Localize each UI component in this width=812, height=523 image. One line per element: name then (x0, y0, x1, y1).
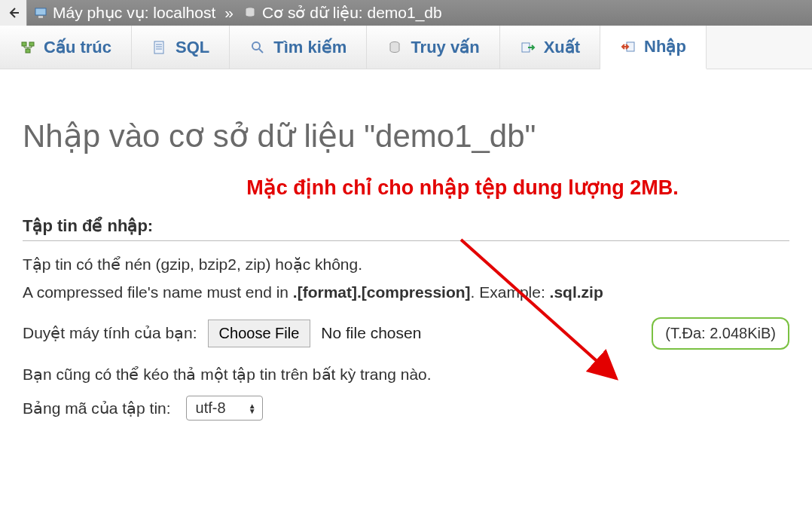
breadcrumb-server-label: Máy phục vụ: localhost (53, 4, 215, 22)
max-size-badge: (T.Đa: 2.048KiB) (652, 317, 789, 350)
tab-label: Xuất (544, 38, 580, 57)
tab-label: Nhập (644, 37, 686, 57)
choose-file-button[interactable]: Choose File (208, 320, 311, 347)
charset-select[interactable]: utf-8 ▲▼ (186, 396, 263, 421)
breadcrumb-database[interactable]: Cơ sở dữ liệu: demo1_db (237, 4, 448, 22)
tab-sql[interactable]: SQL (132, 26, 230, 69)
svg-rect-2 (38, 16, 43, 18)
dragdrop-hint: Bạn cũng có thể kéo thả một tập tin trên… (23, 363, 789, 385)
svg-rect-1 (35, 8, 46, 15)
line2-mid: . Example: (471, 283, 550, 301)
arrow-left-icon (7, 6, 20, 20)
charset-label: Bảng mã của tập tin: (23, 399, 171, 417)
no-file-chosen-text: No file chosen (321, 324, 421, 342)
export-icon (520, 39, 536, 56)
browse-label: Duyệt máy tính của bạn: (23, 324, 197, 342)
tab-label: Tìm kiếm (273, 38, 346, 57)
compress-hint-line2: A compressed file's name must end in .[f… (23, 281, 789, 303)
format-example: .sql.zip (550, 283, 603, 301)
line2-prefix: A compressed file's name must end in (23, 283, 293, 301)
query-icon (386, 39, 403, 56)
charset-value: utf-8 (196, 399, 226, 417)
tabs: Cấu trúc SQL Tìm kiếm Truy vấn Xuất Nhập (0, 26, 812, 69)
sql-icon (151, 39, 168, 56)
select-arrows-icon: ▲▼ (249, 403, 256, 414)
tab-export[interactable]: Xuất (500, 26, 600, 69)
svg-rect-4 (22, 42, 26, 46)
upload-row: Duyệt máy tính của bạn: Choose File No f… (23, 317, 789, 350)
page-title: Nhập vào cơ sở dữ liệu "demo1_db" (23, 118, 789, 154)
breadcrumb-database-label: Cơ sở dữ liệu: demo1_db (262, 4, 442, 22)
server-icon (33, 5, 48, 20)
svg-line-12 (259, 49, 263, 53)
search-icon (249, 39, 266, 56)
main-content: Nhập vào cơ sở dữ liệu "demo1_db" Mặc đị… (0, 69, 812, 421)
tab-label: SQL (176, 38, 209, 57)
tab-query[interactable]: Truy vấn (367, 26, 499, 69)
annotation-text: Mặc định chỉ cho nhập tệp dung lượng 2MB… (23, 176, 789, 200)
format-pattern: .[format].[compression] (293, 283, 471, 301)
back-button[interactable] (0, 0, 27, 26)
database-icon (243, 5, 258, 20)
tab-label: Cấu trúc (44, 38, 111, 57)
breadcrumb-server[interactable]: Máy phục vụ: localhost (27, 4, 221, 22)
tab-label: Truy vấn (411, 38, 479, 57)
svg-rect-6 (26, 49, 30, 53)
tab-import[interactable]: Nhập (600, 26, 707, 69)
file-section-body: Tập tin có thể nén (gzip, bzip2, zip) ho… (23, 253, 789, 421)
compress-hint-line1: Tập tin có thể nén (gzip, bzip2, zip) ho… (23, 253, 789, 275)
svg-rect-5 (29, 42, 34, 46)
tab-structure[interactable]: Cấu trúc (0, 26, 132, 69)
breadcrumb-separator: » (221, 4, 237, 22)
svg-point-11 (252, 42, 260, 50)
charset-row: Bảng mã của tập tin: utf-8 ▲▼ (23, 396, 789, 421)
svg-rect-7 (154, 41, 163, 54)
file-section-title: Tập tin để nhập: (23, 216, 789, 241)
structure-icon (20, 39, 36, 56)
import-icon (620, 38, 636, 55)
tab-search[interactable]: Tìm kiếm (230, 26, 367, 69)
breadcrumb-bar: Máy phục vụ: localhost » Cơ sở dữ liệu: … (0, 0, 812, 26)
